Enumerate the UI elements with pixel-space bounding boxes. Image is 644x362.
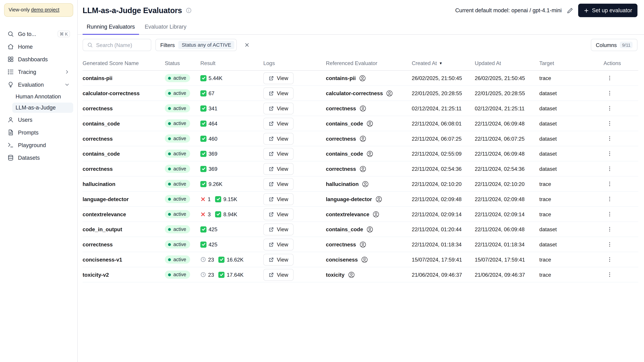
tab-evaluator-library[interactable]: Evaluator Library (140, 19, 190, 34)
view-logs-button[interactable]: View (264, 193, 294, 205)
view-logs-button[interactable]: View (264, 148, 294, 160)
tab-bar: Running Evaluators Evaluator Library (78, 19, 644, 35)
status-dot-icon (168, 243, 171, 246)
demo-project-link[interactable]: demo project (31, 7, 60, 13)
result-pass: 425 (200, 226, 218, 232)
playground-icon (7, 142, 14, 148)
columns-button[interactable]: Columns 9/11 (591, 39, 637, 51)
row-actions-button[interactable] (604, 103, 615, 114)
edit-model-pencil-icon[interactable] (567, 7, 573, 14)
sidebar-item-evaluation[interactable]: Evaluation (4, 79, 73, 90)
view-logs-button[interactable]: View (264, 178, 294, 190)
table-row: code_in_output active 425 View contains_… (83, 222, 638, 237)
sidebar-item-go-to[interactable]: Go to...⌘ K (4, 28, 73, 40)
result-cell: 5.44K (200, 75, 260, 81)
filters-button[interactable]: Filters Status any of ACTIVE (156, 39, 237, 51)
setup-evaluator-button[interactable]: Set up evaluator (578, 4, 638, 17)
row-actions-button[interactable] (604, 209, 615, 219)
view-logs-button[interactable]: View (264, 254, 294, 266)
column-header-updated-at[interactable]: Updated At (475, 56, 539, 70)
sidebar-item-dashboards[interactable]: Dashboards (4, 53, 73, 65)
referenced-evaluator[interactable]: correctness (326, 105, 366, 112)
referenced-evaluator[interactable]: correctness (326, 165, 366, 172)
column-header-status[interactable]: Status (165, 56, 200, 70)
referenced-evaluator[interactable]: contains_code (326, 226, 373, 233)
sidebar-item-label: Datasets (18, 155, 40, 161)
updated-at: 22/11/2024, 06:09:48 (475, 116, 539, 131)
referenced-evaluator[interactable]: calculator-correctness (326, 90, 393, 97)
view-logs-button[interactable]: View (264, 133, 294, 145)
view-logs-button[interactable]: View (264, 163, 294, 175)
referenced-evaluator[interactable]: correctness (326, 135, 366, 142)
row-actions-button[interactable] (604, 224, 615, 235)
sidebar-item-users[interactable]: Users (4, 114, 73, 125)
column-header-target[interactable]: Target (540, 56, 604, 70)
result-pass: 425 (200, 241, 218, 247)
kebab-icon (606, 165, 613, 172)
referenced-evaluator[interactable]: toxicity (326, 271, 355, 278)
score-name: code_in_output (83, 222, 165, 237)
column-header-actions[interactable]: Actions (604, 56, 638, 70)
column-header-referenced-evaluator[interactable]: Referenced Evaluator (326, 56, 412, 70)
referenced-evaluator[interactable]: contains_code (326, 150, 373, 157)
sidebar-item-datasets[interactable]: Datasets (4, 152, 73, 163)
row-actions-button[interactable] (604, 269, 615, 280)
info-icon[interactable] (186, 7, 192, 13)
sidebar-item-label: Playground (18, 142, 46, 148)
referenced-evaluator[interactable]: correctness (326, 241, 366, 248)
sidebar-item-prompts[interactable]: Prompts (4, 127, 73, 138)
table-header-row: Generated Score NameStatusResultLogsRefe… (83, 56, 638, 70)
view-logs-button[interactable]: View (264, 117, 294, 129)
result-count: 369 (208, 151, 218, 157)
updated-at: 22/11/2024, 02:54:36 (475, 161, 539, 176)
view-label: View (277, 120, 288, 126)
view-label: View (277, 136, 288, 142)
row-actions-button[interactable] (604, 239, 615, 250)
row-actions-button[interactable] (604, 88, 615, 98)
referenced-evaluator[interactable]: language-detector (326, 195, 382, 202)
row-actions-button[interactable] (604, 254, 615, 265)
sidebar-item-human-annotation[interactable]: Human Annotation (12, 92, 73, 102)
row-actions-button[interactable] (604, 133, 615, 144)
row-actions-button[interactable] (604, 179, 615, 189)
referenced-evaluator[interactable]: hallucination (326, 180, 369, 187)
view-logs-button[interactable]: View (264, 223, 294, 235)
view-logs-button[interactable]: View (264, 208, 294, 220)
status-dot-icon (168, 273, 171, 276)
plus-icon (583, 7, 589, 13)
table-row: contains_code active 464 View contains_c… (83, 116, 638, 131)
row-actions-button[interactable] (604, 148, 615, 159)
table-row: correctness active 369 View correctness … (83, 161, 638, 176)
row-actions-button[interactable] (604, 194, 615, 204)
column-header-logs[interactable]: Logs (264, 56, 326, 70)
column-header-generated-score-name[interactable]: Generated Score Name (83, 56, 165, 70)
evaluation-icon (7, 81, 14, 88)
view-logs-button[interactable]: View (264, 87, 294, 99)
row-actions-button[interactable] (604, 163, 615, 174)
referenced-evaluator[interactable]: contextrelevance (326, 211, 380, 218)
result-count: 425 (208, 226, 218, 232)
app-root: View-onlydemo project Go to...⌘ KHomeDas… (0, 0, 644, 362)
clear-filters-button[interactable] (241, 39, 253, 51)
view-logs-button[interactable]: View (264, 102, 294, 114)
row-actions-button[interactable] (604, 73, 615, 83)
created-at: 22/11/2024, 02:54:36 (412, 161, 475, 176)
referenced-evaluator[interactable]: contains-pii (326, 75, 366, 81)
sidebar-item-tracing[interactable]: Tracing (4, 66, 73, 78)
view-logs-button[interactable]: View (264, 238, 294, 250)
view-logs-button[interactable]: View (264, 269, 294, 281)
tab-running-evaluators[interactable]: Running Evaluators (83, 19, 139, 34)
sidebar-item-playground[interactable]: Playground (4, 139, 73, 151)
sidebar-item-home[interactable]: Home (4, 41, 73, 52)
check-icon (200, 105, 206, 111)
referenced-evaluator[interactable]: contains_code (326, 120, 373, 127)
column-header-result[interactable]: Result (200, 56, 264, 70)
row-actions-button[interactable] (604, 118, 615, 129)
search-input[interactable] (96, 42, 147, 48)
user-circle-icon (359, 135, 366, 142)
sidebar-item-llm-as-a-judge[interactable]: LLM-as-a-Judge (12, 102, 73, 113)
view-logs-button[interactable]: View (264, 72, 294, 84)
column-header-created-at[interactable]: Created At▼ (412, 56, 475, 70)
referenced-evaluator[interactable]: conciseness (326, 256, 368, 263)
status-dot-icon (168, 92, 171, 95)
